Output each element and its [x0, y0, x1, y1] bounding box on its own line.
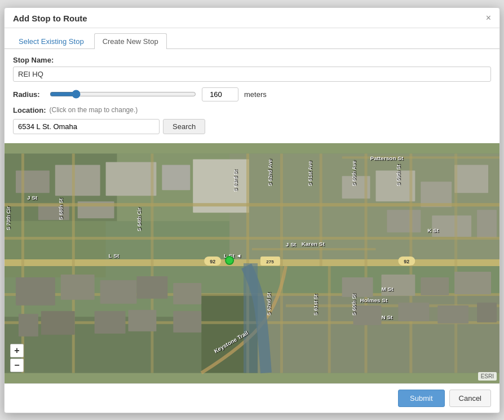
location-input-row: Search	[13, 119, 491, 134]
svg-text:L St: L St	[109, 253, 120, 259]
esri-label: ESRI	[481, 373, 494, 379]
svg-rect-18	[454, 165, 488, 193]
svg-rect-10	[106, 162, 157, 196]
radius-row: Radius: meters	[13, 87, 491, 101]
svg-text:S 60th St: S 60th St	[351, 294, 357, 315]
svg-rect-60	[100, 280, 137, 303]
svg-rect-37	[328, 266, 331, 373]
modal-close-button[interactable]: ×	[486, 14, 491, 23]
svg-rect-20	[432, 215, 471, 237]
svg-rect-14	[162, 165, 190, 190]
submit-button[interactable]: Submit	[398, 390, 444, 407]
radius-slider[interactable]	[50, 90, 196, 99]
modal-title: Add Stop to Route	[13, 14, 87, 23]
svg-text:92: 92	[210, 259, 215, 264]
svg-text:S 61st Ave: S 61st Ave	[307, 161, 313, 186]
zoom-in-button[interactable]: +	[10, 344, 24, 357]
svg-rect-54	[353, 305, 382, 325]
map-svg: 92 275 92	[5, 143, 499, 383]
map-zoom-controls: + −	[10, 344, 24, 372]
radius-value-input[interactable]	[202, 87, 238, 101]
svg-rect-19	[387, 210, 421, 232]
svg-text:275: 275	[266, 259, 274, 264]
svg-rect-67	[19, 313, 38, 336]
svg-text:S 62nd St: S 62nd St	[266, 292, 272, 315]
location-hint: (Click on the map to change.)	[50, 106, 138, 114]
svg-rect-9	[55, 165, 100, 196]
location-input[interactable]	[13, 119, 160, 134]
svg-text:S 61st St: S 61st St	[313, 294, 319, 315]
svg-rect-12	[38, 204, 69, 220]
svg-rect-63	[173, 311, 201, 332]
location-label: Location:	[13, 106, 46, 114]
svg-text:Patterson St: Patterson St	[370, 155, 404, 161]
map-container[interactable]: 92 275 92	[5, 143, 499, 383]
zoom-out-button[interactable]: −	[10, 359, 24, 372]
svg-text:Holmes St: Holmes St	[360, 297, 388, 303]
tab-bar: Select Existing Stop Create New Stop	[5, 28, 499, 49]
modal-header: Add Stop to Route ×	[5, 8, 499, 28]
stop-name-row: Stop Name:	[13, 56, 491, 82]
svg-rect-64	[95, 311, 126, 333]
svg-rect-66	[41, 311, 75, 334]
svg-rect-49	[244, 263, 258, 373]
svg-rect-36	[320, 153, 322, 266]
svg-rect-53	[454, 271, 491, 294]
modal-body: Select Existing Stop Create New Stop Sto…	[5, 28, 499, 383]
cancel-button[interactable]: Cancel	[449, 390, 491, 407]
svg-rect-8	[16, 170, 50, 193]
svg-rect-38	[365, 153, 368, 266]
svg-rect-57	[477, 302, 497, 322]
svg-rect-55	[398, 302, 429, 321]
svg-text:J St: J St	[286, 241, 297, 247]
svg-text:S 64th Cir: S 64th Cir	[136, 207, 142, 231]
svg-text:S 63rd St: S 63rd St	[233, 170, 238, 192]
svg-rect-56	[437, 305, 468, 323]
modal: Add Stop to Route × Select Existing Stop…	[4, 7, 500, 413]
svg-rect-61	[136, 276, 167, 298]
stop-name-input[interactable]	[13, 67, 491, 82]
search-button[interactable]: Search	[163, 119, 205, 134]
esri-badge: ESRI	[478, 372, 497, 381]
svg-rect-59	[61, 274, 95, 299]
svg-text:M St: M St	[381, 285, 394, 291]
svg-rect-3	[5, 221, 106, 277]
radius-label: Radius:	[13, 90, 44, 99]
svg-rect-58	[16, 277, 55, 305]
svg-text:Karen St: Karen St	[302, 241, 325, 247]
svg-text:92: 92	[404, 259, 409, 264]
svg-rect-65	[129, 310, 157, 331]
svg-text:N St: N St	[381, 313, 393, 320]
svg-text:S 59th St: S 59th St	[396, 164, 401, 185]
svg-text:S 60th Ave: S 60th Ave	[351, 161, 357, 186]
location-row: Location: (Click on the map to change.)	[13, 106, 491, 114]
stop-name-label: Stop Name:	[13, 56, 491, 64]
svg-text:S 62nd Ave: S 62nd Ave	[267, 159, 273, 186]
radius-unit: meters	[244, 90, 267, 99]
svg-text:J St: J St	[27, 194, 38, 201]
tab-select-existing[interactable]: Select Existing Stop	[10, 33, 92, 49]
modal-footer: Submit Cancel	[5, 383, 499, 413]
svg-point-90	[226, 257, 233, 264]
svg-rect-23	[5, 203, 499, 206]
svg-text:K St: K St	[427, 227, 439, 233]
form-area: Stop Name: Radius: meters Location: (Cli…	[5, 49, 499, 143]
svg-rect-28	[252, 248, 376, 250]
svg-rect-21	[477, 210, 497, 238]
svg-rect-50	[342, 277, 373, 297]
svg-text:S 70th Cir: S 70th Cir	[6, 206, 11, 229]
svg-rect-34	[280, 153, 283, 266]
svg-rect-62	[173, 282, 201, 304]
svg-rect-52	[421, 277, 449, 295]
svg-rect-24	[5, 237, 499, 240]
tab-create-new[interactable]: Create New Stop	[94, 33, 167, 49]
svg-text:S 68th St: S 68th St	[58, 198, 64, 219]
